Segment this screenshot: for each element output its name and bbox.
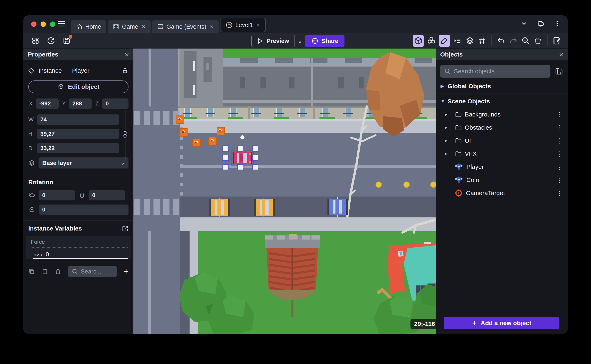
variable-card-force[interactable]: Force 123 0 [26,236,131,259]
rotation-x-input[interactable] [39,190,75,201]
z-input[interactable] [102,98,128,109]
redo-icon[interactable] [509,36,518,46]
edit-object-button[interactable]: Edit object [28,80,128,93]
scene-properties-icon[interactable] [552,36,562,46]
preview-dropdown-caret[interactable]: ⌄ [294,38,305,44]
objects-cubes-icon[interactable] [427,36,436,46]
close-objects-icon[interactable]: × [559,51,563,58]
close-window-button[interactable] [31,21,36,27]
z-label: Z [94,100,100,107]
variable-type-badge: 123 [34,253,42,257]
save-icon[interactable] [62,36,71,46]
toolbar-left-icons [31,36,71,46]
layer-icon [28,159,35,166]
kebab-menu-icon[interactable]: ⋮ [557,150,563,157]
variable-value[interactable]: 0 [46,251,49,258]
kebab-menu-icon[interactable]: ⋮ [557,163,563,170]
unlock-icon[interactable] [122,67,128,74]
folder-backgrounds[interactable]: ▸ Backgrounds ⋮ [436,108,568,121]
paste-clipboard-icon[interactable] [42,268,48,275]
width-input[interactable] [37,114,119,125]
share-label: Share [322,38,338,45]
undo-icon[interactable] [496,36,506,46]
height-input[interactable] [37,129,119,139]
add-new-object-button[interactable]: + Add a new object [444,317,559,329]
close-tab-icon[interactable]: × [210,23,214,30]
edit-pencil-icon[interactable] [439,35,450,47]
close-tab-icon[interactable]: × [257,21,260,28]
folder-ui[interactable]: ▸ UI ⋮ [436,134,568,147]
share-button[interactable]: Share [305,35,345,47]
add-folder-icon[interactable] [555,67,563,76]
tab-label: Game [122,23,138,30]
global-objects-group[interactable]: ▶ Global Objects [436,80,568,93]
minimize-window-button[interactable] [40,21,46,27]
kebab-menu-icon[interactable] [554,20,561,27]
extensions-puzzle-icon[interactable] [537,20,544,27]
tab-label: Level1 [235,22,253,28]
variables-search[interactable] [68,266,117,277]
chevron-down-icon[interactable] [520,20,527,27]
add-new-object-label: Add a new object [481,319,531,326]
object-coin[interactable]: Coin ⋮ [436,173,568,187]
panels-layout-icon[interactable] [31,36,40,46]
maximize-window-button[interactable] [50,21,55,27]
y-label: Y [61,100,66,107]
rotation-y-input[interactable] [89,190,125,201]
chain-link-icon [122,131,128,138]
instance-diamond-icon [28,68,34,74]
variables-search-input[interactable] [81,268,107,275]
yellow-car-1 [209,198,230,218]
objects-search-input[interactable] [454,68,546,75]
search-icon [444,68,451,75]
depth-input[interactable] [37,143,119,153]
open-variables-external-icon[interactable] [122,225,128,232]
object-player[interactable]: Player ⋮ [436,160,568,173]
folder-icon [455,137,462,144]
scene-editor-canvas[interactable]: 29;-116 [133,49,436,334]
folder-vfx[interactable]: ▸ VFX ⋮ [436,147,568,160]
tab-level1[interactable]: Level1 × [220,18,266,32]
collapsed-arrow-icon: ▶ [441,84,448,89]
object-label: Coin [466,176,479,183]
object-cameratarget[interactable]: CameraTarget ⋮ [436,187,568,200]
y-input[interactable] [69,98,92,109]
objects-search[interactable] [440,65,551,78]
layers-icon[interactable] [465,36,475,46]
zoom-in-icon[interactable] [521,36,530,46]
grid-icon[interactable] [478,36,487,46]
kebab-menu-icon[interactable]: ⋮ [557,111,563,118]
tab-home[interactable]: Home [71,20,106,33]
kebab-menu-icon[interactable]: ⋮ [557,124,563,131]
history-icon[interactable] [46,36,56,46]
copy-icon[interactable] [28,268,35,275]
add-variable-button[interactable]: + [124,267,128,276]
tab-game-events[interactable]: Game (Events) × [152,20,219,33]
delete-trash-icon[interactable] [533,36,543,46]
dimensions-link-toggle[interactable] [122,110,128,159]
delete-variable-trash-icon[interactable] [55,268,61,275]
close-properties-icon[interactable]: × [125,51,129,58]
layer-select[interactable]: Base layer ⌄ [39,157,128,169]
instances-list-icon[interactable] [453,36,462,46]
main-area: Properties × Instance - Player Edit obje… [23,49,568,334]
kebab-menu-icon[interactable]: ⋮ [557,137,563,144]
folder-obstacles[interactable]: ▸ Obstacles ⋮ [436,121,568,134]
scene-render [133,49,436,334]
unsaved-changes-dot [69,35,72,39]
hamburger-menu-icon[interactable] [58,21,65,26]
kebab-menu-icon[interactable]: ⋮ [557,176,563,184]
collapsed-arrow-icon: ▸ [445,125,452,130]
3d-view-icon[interactable] [413,35,424,47]
preview-button[interactable]: Preview ⌄ [252,35,306,47]
x-input[interactable] [36,98,59,109]
rotation-z-input[interactable] [39,205,128,215]
group-label: Scene Objects [448,98,490,105]
scene-objects-group[interactable]: ▼ Scene Objects [436,95,568,108]
tab-game[interactable]: Game × [108,20,151,33]
kebab-menu-icon[interactable]: ⋮ [557,189,563,197]
monkey-object-icon [455,162,463,171]
close-tab-icon[interactable]: × [142,23,146,30]
play-icon [257,38,263,44]
scene-icon [226,22,232,28]
